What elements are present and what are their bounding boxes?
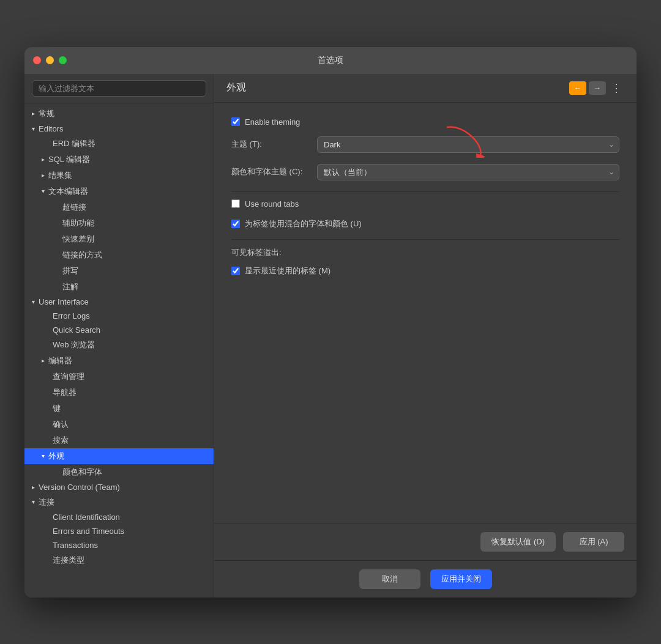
sidebar-item-label: 确认 [53, 419, 69, 430]
panel-header: 外观 ← → ⋮ [214, 74, 637, 103]
sidebar-item-label: 连接类型 [53, 555, 84, 566]
sidebar-item-label: Transactions [53, 541, 98, 550]
color-font-row: 颜色和字体主题 (C): 默认（当前） ⌄ [231, 164, 619, 180]
sidebar-item-result-set[interactable]: ▸结果集 [24, 168, 214, 183]
theme-label: 主题 (T): [231, 139, 317, 150]
sidebar-item-label: SQL 编辑器 [48, 154, 90, 165]
sidebar-item-transactions[interactable]: Transactions [24, 538, 214, 552]
sidebar-item-web-browser[interactable]: Web 浏览器 [24, 337, 214, 353]
chevron-icon: ▾ [32, 298, 35, 305]
restore-defaults-button[interactable]: 恢复默认值 (D) [480, 532, 556, 552]
sidebar: ▸常规▾EditorsERD 编辑器▸SQL 编辑器▸结果集▾文本编辑器超链接辅… [24, 74, 214, 598]
forward-button[interactable]: → [589, 81, 606, 95]
sidebar-item-annotations[interactable]: 注解 [24, 279, 214, 295]
sidebar-item-user-interface[interactable]: ▾User Interface [24, 295, 214, 309]
window-footer: 取消 应用并关闭 [214, 560, 637, 598]
sidebar-item-label: Errors and Timeouts [53, 527, 124, 536]
sidebar-item-error-logs[interactable]: Error Logs [24, 309, 214, 323]
sidebar-item-version-control[interactable]: ▸Version Control (Team) [24, 480, 214, 494]
chevron-icon: ▸ [42, 156, 45, 163]
sidebar-item-erd-editor[interactable]: ERD 编辑器 [24, 136, 214, 152]
sidebar-item-label: 超链接 [62, 202, 86, 213]
sidebar-item-navigator[interactable]: 导航器 [24, 385, 214, 401]
sidebar-item-quick-search[interactable]: Quick Search [24, 323, 214, 337]
tree: ▸常规▾EditorsERD 编辑器▸SQL 编辑器▸结果集▾文本编辑器超链接辅… [24, 103, 214, 598]
sidebar-item-label: 键 [53, 403, 61, 414]
sidebar-item-editor[interactable]: ▸编辑器 [24, 353, 214, 369]
sidebar-item-client-id[interactable]: Client Identification [24, 510, 214, 524]
content-area: ▸常规▾EditorsERD 编辑器▸SQL 编辑器▸结果集▾文本编辑器超链接辅… [24, 74, 637, 598]
header-actions: ← → ⋮ [569, 81, 624, 95]
sidebar-item-quick-diff[interactable]: 快速差别 [24, 231, 214, 247]
divider-1 [231, 191, 619, 192]
enable-theming-row: Enable theming [231, 117, 619, 127]
enable-theming-label: Enable theming [245, 117, 300, 127]
round-tabs-checkbox[interactable] [231, 199, 240, 208]
sidebar-item-label: 结果集 [48, 170, 72, 181]
more-button[interactable]: ⋮ [608, 83, 624, 94]
enable-theming-checkbox[interactable] [231, 117, 240, 126]
apply-button[interactable]: 应用 (A) [563, 532, 624, 552]
minimize-button[interactable] [46, 56, 54, 64]
sidebar-item-connection-type[interactable]: 连接类型 [24, 552, 214, 568]
theme-row: 主题 (T): Dark Light System Default ⌄ [231, 136, 619, 153]
color-font-select-wrap: 默认（当前） ⌄ [317, 164, 619, 180]
sidebar-item-label: 编辑器 [48, 355, 72, 366]
mixed-fonts-checkbox[interactable] [231, 220, 240, 228]
sidebar-item-confirm[interactable]: 确认 [24, 416, 214, 432]
sidebar-item-label: 拼写 [62, 265, 78, 276]
color-font-select[interactable]: 默认（当前） [317, 164, 619, 180]
cancel-button[interactable]: 取消 [359, 569, 420, 589]
sidebar-item-label: 辅助功能 [62, 218, 94, 229]
sidebar-item-query-mgr[interactable]: 查询管理 [24, 369, 214, 385]
sidebar-item-label: Editors [39, 124, 63, 133]
sidebar-item-assistance[interactable]: 辅助功能 [24, 215, 214, 231]
round-tabs-row: Use round tabs [231, 199, 619, 209]
sidebar-item-appearance[interactable]: ▾外观 [24, 448, 214, 464]
sidebar-item-label: Web 浏览器 [53, 339, 95, 350]
show-recent-checkbox[interactable] [231, 267, 240, 275]
sidebar-item-label: 连接 [39, 497, 54, 508]
theme-select[interactable]: Dark Light System Default [317, 136, 619, 153]
sidebar-item-label: 颜色和字体 [62, 467, 102, 478]
titlebar: 首选项 [24, 47, 637, 74]
sidebar-item-color-font[interactable]: 颜色和字体 [24, 464, 214, 480]
sidebar-item-connection[interactable]: ▾连接 [24, 494, 214, 510]
window-title: 首选项 [318, 55, 343, 66]
sidebar-item-label: Error Logs [53, 311, 90, 320]
chevron-icon: ▾ [32, 125, 35, 132]
chevron-icon: ▾ [42, 188, 45, 194]
chevron-icon: ▾ [32, 498, 35, 505]
sidebar-item-text-editor[interactable]: ▾文本编辑器 [24, 183, 214, 199]
chevron-icon: ▾ [42, 453, 45, 459]
sidebar-item-general[interactable]: ▸常规 [24, 106, 214, 122]
chevron-icon: ▸ [42, 357, 45, 364]
mixed-fonts-row: 为标签使用混合的字体和颜色 (U) [231, 218, 619, 229]
panel-title: 外观 [226, 81, 246, 94]
sidebar-item-errors-timeouts[interactable]: Errors and Timeouts [24, 524, 214, 538]
filter-wrap [24, 74, 214, 103]
sidebar-item-label: Quick Search [53, 325, 100, 335]
sidebar-item-label: Client Identification [53, 513, 120, 522]
maximize-button[interactable] [59, 56, 67, 64]
sidebar-item-label: 搜索 [53, 435, 69, 446]
sidebar-item-search[interactable]: 搜索 [24, 432, 214, 448]
sidebar-item-sql-editor[interactable]: ▸SQL 编辑器 [24, 152, 214, 168]
sidebar-item-keys[interactable]: 键 [24, 401, 214, 416]
sidebar-item-editors[interactable]: ▾Editors [24, 122, 214, 136]
back-button[interactable]: ← [569, 81, 586, 95]
sidebar-item-link-mode[interactable]: 链接的方式 [24, 247, 214, 263]
main-panel: 外观 ← → ⋮ [214, 74, 637, 598]
close-button[interactable] [33, 56, 41, 64]
sidebar-item-spelling[interactable]: 拼写 [24, 263, 214, 279]
sidebar-item-label: 注解 [62, 281, 78, 292]
sidebar-item-label: 查询管理 [53, 371, 84, 382]
filter-input[interactable] [32, 80, 206, 97]
sidebar-item-label: 文本编辑器 [48, 186, 88, 197]
color-font-label: 颜色和字体主题 (C): [231, 166, 317, 177]
sidebar-item-label: Version Control (Team) [39, 483, 120, 492]
sidebar-item-label: 链接的方式 [62, 250, 102, 261]
apply-close-button[interactable]: 应用并关闭 [430, 569, 492, 589]
preferences-window: 首选项 ▸常规▾EditorsERD 编辑器▸SQL 编辑器▸结果集▾文本编辑器… [24, 47, 637, 598]
sidebar-item-hyperlink[interactable]: 超链接 [24, 199, 214, 215]
